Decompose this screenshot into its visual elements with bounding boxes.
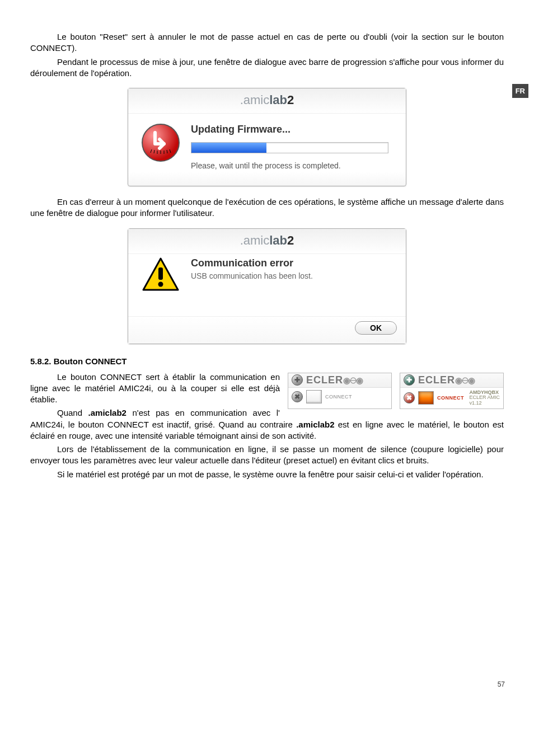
warning-icon: [142, 257, 179, 291]
ecler-logo: ECLER◉⦵◉: [306, 374, 388, 386]
close-icon: ✖: [404, 392, 415, 403]
language-badge: FR: [512, 84, 528, 98]
connect-led-on[interactable]: [418, 391, 434, 405]
dialog-updating-firmware: .amiclab2: [128, 88, 406, 186]
error-subtitle: USB communication has been lost.: [191, 271, 396, 280]
paragraph-reset: Le bouton "Reset" sert à annuler le mot …: [30, 31, 504, 54]
connect-cards: ✚ ECLER◉⦵◉ ✖ CONNECT ✚ ECLER◉⦵◉ ✖: [288, 373, 504, 410]
brand-lab: lab: [269, 233, 287, 247]
ok-button[interactable]: OK: [355, 321, 397, 335]
plus-icon: ✚: [404, 374, 415, 386]
svg-rect-8: [158, 267, 163, 280]
firmware-icon: [142, 124, 180, 162]
svg-line-0: [151, 149, 152, 153]
brand-amic: .amic: [240, 233, 270, 247]
svg-line-5: [167, 150, 167, 153]
dialog-brand: .amiclab2: [128, 229, 406, 254]
progress-bar: [191, 142, 388, 153]
firmware-info: AMDYHQBX ECLER AMIC v1.12: [469, 390, 500, 407]
paragraph-connect-2: Quand .amiclab2 n'est pas en communicati…: [30, 407, 504, 442]
dialog-title: Updating Firmware...: [191, 124, 396, 135]
connect-label: CONNECT: [437, 395, 464, 401]
dialog-comm-error: .amiclab2 Communication error USB commun…: [128, 228, 406, 344]
error-title: Communication error: [191, 257, 396, 269]
dialog-brand: .amiclab2: [128, 88, 406, 114]
svg-point-9: [158, 281, 163, 287]
progress-fill: [191, 143, 266, 153]
brand-2: 2: [287, 233, 294, 247]
paragraph-progress: Pendant le processus de mise à jour, une…: [30, 57, 504, 79]
connect-label: CONNECT: [325, 394, 352, 400]
connect-card-on: ✚ ECLER◉⦵◉ ✖ CONNECT AMDYHQBX ECLER AMIC…: [400, 373, 504, 410]
brand-2: 2: [287, 93, 294, 107]
ecler-logo: ECLER◉⦵◉: [418, 374, 500, 386]
brand-lab: lab: [269, 93, 287, 107]
svg-line-6: [170, 149, 171, 153]
paragraph-error-intro: En cas d'erreur à un moment quelconque d…: [30, 196, 504, 219]
dialog-note: Please, wait until the process is comple…: [191, 161, 396, 170]
brand-amic: .amic: [240, 93, 270, 107]
svg-line-1: [154, 150, 154, 153]
paragraph-silence: Lors de l'établissement de la communicat…: [30, 444, 504, 467]
section-heading: 5.8.2. Bouton CONNECT: [30, 356, 504, 366]
connect-card-off: ✚ ECLER◉⦵◉ ✖ CONNECT: [288, 373, 392, 410]
page-number: 57: [498, 680, 505, 688]
connect-led-off[interactable]: [306, 390, 322, 403]
close-icon: ✖: [292, 391, 303, 402]
paragraph-password: Si le matériel est protégé par un mot de…: [30, 469, 504, 480]
plus-icon: ✚: [292, 374, 303, 386]
